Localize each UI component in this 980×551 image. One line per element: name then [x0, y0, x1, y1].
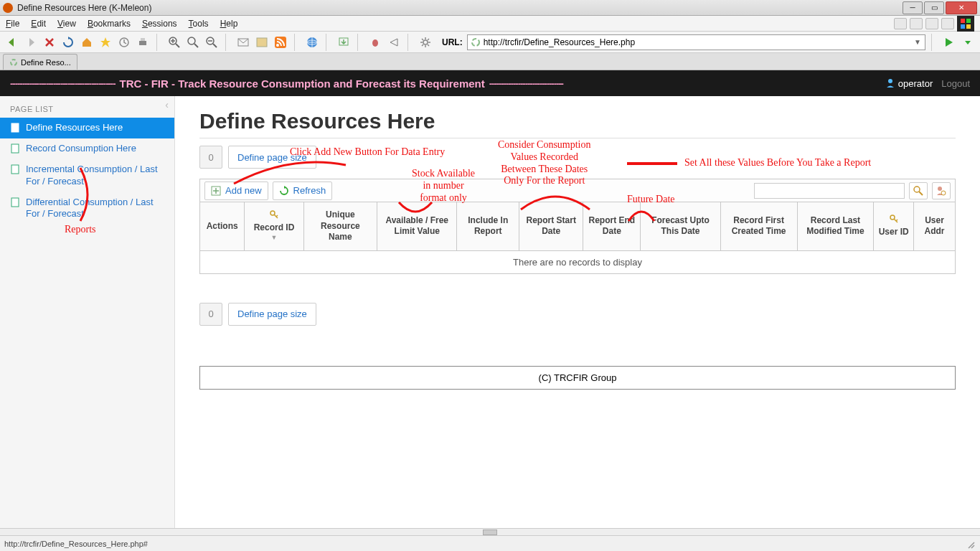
home-icon[interactable]: [79, 34, 95, 50]
col-resource-name[interactable]: Unique Resource Name: [303, 202, 377, 251]
menu-file[interactable]: File: [6, 19, 19, 29]
globe-icon[interactable]: [304, 34, 320, 50]
sidebar-item-record-consumption[interactable]: Record Consumption Here: [0, 138, 174, 159]
search-button[interactable]: [909, 182, 928, 199]
app-header: ----------------------------------------…: [0, 70, 980, 96]
refresh-button[interactable]: Refresh: [273, 182, 333, 200]
sidebar-collapse-icon[interactable]: ‹: [165, 99, 169, 110]
sidebar-title: PAGE LIST: [0, 102, 174, 118]
add-new-button[interactable]: Add new: [204, 182, 268, 200]
url-input[interactable]: [484, 37, 910, 47]
col-forecast-date[interactable]: Forecast Upto This Date: [641, 202, 720, 251]
svg-rect-6: [141, 38, 145, 41]
sidebar-item-differential[interactable]: Differential Consumption / Last For / Fo…: [0, 192, 174, 225]
favorites-icon[interactable]: [98, 34, 113, 50]
svg-rect-24: [11, 165, 19, 174]
search-input[interactable]: [754, 183, 905, 199]
loading-icon: [9, 58, 18, 67]
toolbar-extra-icon[interactable]: [941, 18, 954, 29]
col-available[interactable]: Available / Free Limit Value: [377, 202, 457, 251]
zoom-out-icon[interactable]: [204, 34, 220, 50]
menu-bookmarks[interactable]: Bookmarks: [88, 19, 131, 29]
sidebar-item-define-resources[interactable]: Define Resources Here: [0, 118, 174, 138]
annotation-reports: Reports: [65, 224, 96, 236]
svg-point-18: [423, 40, 428, 44]
svg-rect-25: [11, 198, 19, 207]
go-icon[interactable]: [941, 34, 957, 50]
header-dashes-left: ----------------------------------------…: [10, 78, 115, 89]
history-icon[interactable]: [116, 34, 132, 50]
stop-icon[interactable]: [42, 34, 57, 50]
col-record-id[interactable]: Record ID ▼: [245, 202, 303, 251]
browser-tab[interactable]: Define Reso...: [3, 54, 77, 70]
record-count: 0: [199, 146, 222, 169]
page-icon: [10, 197, 20, 207]
svg-rect-2: [961, 24, 965, 29]
svg-point-21: [888, 79, 892, 83]
svg-rect-23: [11, 144, 19, 153]
kmeleon-corner-icon[interactable]: [957, 16, 974, 32]
rss-icon[interactable]: [273, 34, 288, 50]
menu-edit[interactable]: Edit: [31, 19, 46, 29]
svg-rect-5: [139, 41, 146, 45]
col-user-id[interactable]: User ID: [874, 202, 914, 251]
user-search-icon: [936, 186, 946, 196]
header-dashes-right: -------------------------------: [489, 78, 563, 89]
refresh-icon: [279, 186, 289, 196]
user-link[interactable]: operator: [885, 78, 933, 89]
mail-icon[interactable]: [235, 34, 251, 50]
forward-icon[interactable]: [23, 34, 39, 50]
col-include[interactable]: Include In Report: [457, 202, 519, 251]
go-dropdown-icon[interactable]: [960, 34, 976, 50]
define-page-size-button-bottom[interactable]: Define page size: [228, 303, 316, 326]
svg-point-17: [372, 39, 378, 47]
col-created[interactable]: Record First Created Time: [720, 202, 797, 251]
reload-icon[interactable]: [60, 34, 76, 50]
svg-point-28: [914, 187, 920, 192]
tab-label: Define Reso...: [21, 58, 71, 67]
sidebar-item-incremental[interactable]: Incremental Consumption / Last For / For…: [0, 159, 174, 192]
maximize-button[interactable]: ▭: [924, 1, 944, 14]
main-content: Define Resources Here Click Add New Butt…: [175, 96, 980, 528]
news-icon[interactable]: [254, 34, 270, 50]
bug-icon[interactable]: [367, 34, 383, 50]
toolbar-extra-icon[interactable]: [894, 18, 907, 29]
svg-rect-1: [966, 19, 971, 23]
col-modified[interactable]: Record Last Modified Time: [797, 202, 874, 251]
share-icon[interactable]: [386, 34, 402, 50]
window-title: Define Resources Here (K-Meleon): [17, 3, 903, 13]
logout-link[interactable]: Logout: [941, 78, 970, 89]
user-icon: [885, 78, 895, 88]
print-icon[interactable]: [135, 34, 151, 50]
url-bar[interactable]: ▼: [467, 34, 925, 50]
download-icon[interactable]: [336, 34, 352, 50]
zoom-reset-icon[interactable]: [185, 34, 201, 50]
zoom-in-icon[interactable]: [166, 34, 182, 50]
col-end-date[interactable]: Report End Date: [583, 202, 641, 251]
horizontal-scrollbar[interactable]: [0, 528, 980, 535]
col-actions[interactable]: Actions: [200, 202, 245, 251]
header-title: TRC - FIR - Track Resource Consumption a…: [119, 77, 484, 90]
col-user-addr[interactable]: User Addr: [914, 202, 956, 251]
svg-point-20: [11, 60, 17, 65]
sidebar: ‹ PAGE LIST Define Resources Here Record…: [0, 96, 175, 528]
define-page-size-button[interactable]: Define page size: [228, 146, 316, 169]
close-button[interactable]: ✕: [946, 1, 977, 14]
menu-sessions[interactable]: Sessions: [142, 19, 177, 29]
url-dropdown-icon[interactable]: ▼: [913, 38, 922, 46]
back-icon[interactable]: [4, 34, 20, 50]
svg-point-30: [941, 191, 946, 195]
toolbar-extra-icon[interactable]: [925, 18, 938, 29]
page-icon: [10, 123, 20, 133]
col-start-date[interactable]: Report Start Date: [519, 202, 583, 251]
toolbar-extra-icon[interactable]: [910, 18, 923, 29]
menu-tools[interactable]: Tools: [189, 19, 209, 29]
advanced-search-button[interactable]: [932, 182, 951, 199]
resize-grip-icon[interactable]: [964, 538, 976, 550]
menu-help[interactable]: Help: [220, 19, 238, 29]
menu-view[interactable]: View: [57, 19, 76, 29]
minimize-button[interactable]: ─: [903, 1, 923, 14]
empty-message: There are no records to display: [200, 250, 956, 273]
settings-icon[interactable]: [418, 34, 433, 50]
svg-point-8: [188, 37, 195, 44]
